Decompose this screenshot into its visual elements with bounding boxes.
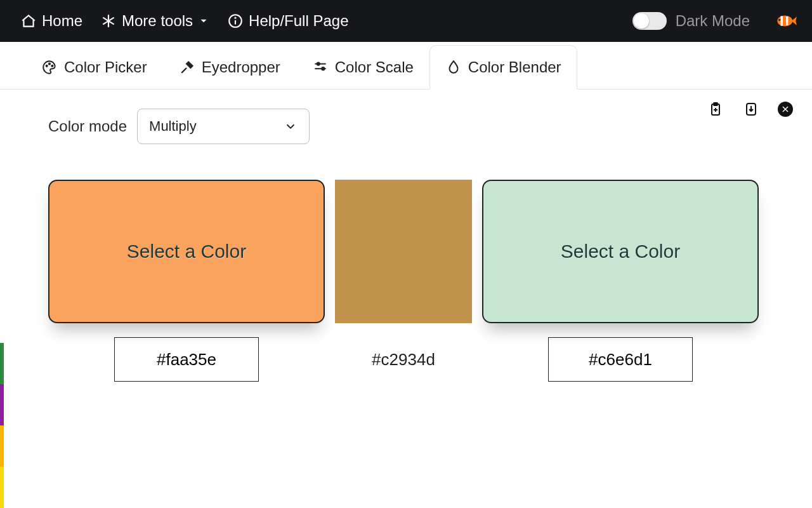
color-mode-label: Color mode	[48, 117, 127, 135]
help-label: Help/Full Page	[249, 12, 348, 30]
more-tools-menu[interactable]: More tools	[100, 12, 209, 30]
tab-color-picker[interactable]: Color Picker	[25, 45, 163, 90]
color-b-prompt: Select a Color	[561, 241, 680, 262]
tab-label: Color Scale	[335, 58, 414, 76]
asterisk-icon	[100, 13, 117, 29]
color-b-hex-input[interactable]: #c6e6d1	[548, 337, 693, 382]
svg-point-7	[46, 65, 48, 67]
hex-row: #faa35e #c2934d #c6e6d1	[48, 337, 764, 382]
tab-label: Color Blender	[468, 58, 561, 76]
header-left: Home More tools Help/Full Page	[20, 12, 349, 30]
clownfish-svg	[775, 13, 797, 29]
main-content: Color mode Multiply Select a Color Selec…	[0, 90, 812, 382]
svg-rect-4	[781, 16, 783, 25]
color-b-swatch[interactable]: Select a Color	[482, 180, 759, 323]
edge-strip-swatch	[0, 425, 4, 467]
help-link[interactable]: Help/Full Page	[227, 12, 348, 30]
color-a-swatch[interactable]: Select a Color	[48, 180, 325, 323]
edge-strip-swatch	[0, 467, 4, 508]
svg-point-6	[778, 19, 780, 21]
dark-mode-label: Dark Mode	[676, 12, 750, 30]
chevron-down-icon	[198, 15, 209, 27]
tab-label: Eyedropper	[202, 58, 280, 76]
tab-color-blender[interactable]: Color Blender	[429, 45, 577, 90]
svg-point-8	[49, 64, 50, 65]
sliders-icon	[312, 59, 329, 76]
edge-color-strip	[0, 343, 4, 508]
svg-point-12	[317, 62, 319, 65]
tabs: Color Picker Eyedropper Color Scale Colo…	[0, 44, 812, 90]
home-label: Home	[42, 12, 82, 30]
result-hex: #c2934d	[372, 350, 435, 370]
dark-mode-control: Dark Mode	[632, 12, 750, 30]
color-a-prompt: Select a Color	[127, 241, 246, 262]
svg-point-3	[777, 16, 792, 27]
droplet-icon	[445, 59, 462, 76]
info-icon	[227, 13, 244, 29]
svg-point-2	[235, 18, 236, 18]
color-mode-value: Multiply	[149, 118, 197, 135]
color-a-hex-input[interactable]: #faa35e	[114, 337, 259, 382]
color-a-hex: #faa35e	[157, 350, 216, 370]
clownfish-icon[interactable]	[775, 13, 797, 29]
hex-a-cell: #faa35e	[48, 337, 325, 382]
app-header: Home More tools Help/Full Page Dark Mode	[0, 0, 812, 42]
hex-b-cell: #c6e6d1	[482, 337, 759, 382]
tab-label: Color Picker	[64, 58, 147, 76]
more-tools-label: More tools	[122, 12, 193, 30]
color-mode-row: Color mode Multiply	[48, 109, 764, 144]
svg-rect-5	[786, 17, 788, 25]
svg-point-9	[51, 65, 53, 67]
home-icon	[20, 13, 37, 29]
svg-point-13	[322, 67, 324, 70]
toggle-knob	[634, 13, 649, 29]
home-link[interactable]: Home	[20, 12, 82, 30]
swatch-row: Select a Color Select a Color	[48, 180, 764, 323]
edge-strip-swatch	[0, 384, 4, 425]
tab-eyedropper[interactable]: Eyedropper	[163, 45, 296, 90]
edge-strip-swatch	[0, 343, 4, 384]
hex-result-cell: #c2934d	[335, 337, 472, 382]
tab-color-scale[interactable]: Color Scale	[296, 45, 429, 90]
result-swatch	[335, 180, 472, 323]
dark-mode-toggle[interactable]	[632, 12, 667, 30]
palette-icon	[41, 59, 58, 76]
color-mode-select[interactable]: Multiply	[137, 109, 310, 144]
eyedropper-icon	[179, 59, 195, 76]
color-b-hex: #c6e6d1	[589, 350, 652, 370]
chevron-down-icon	[284, 119, 298, 133]
